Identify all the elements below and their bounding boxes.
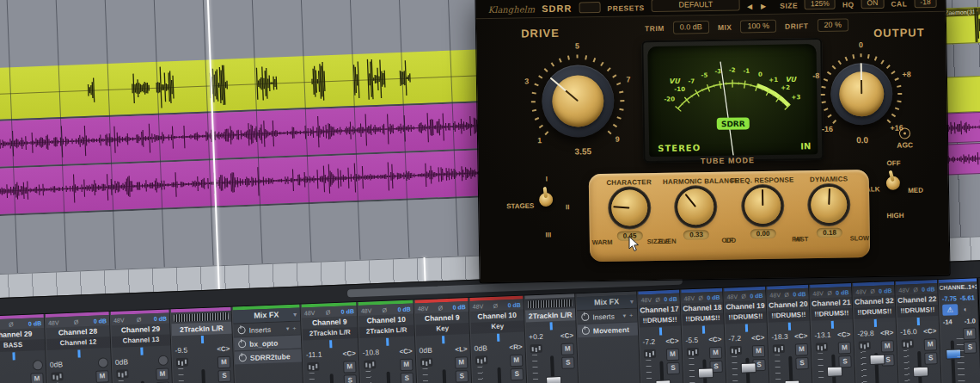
xtalk-option-high[interactable]: HIGH bbox=[886, 212, 903, 219]
phantom-label[interactable]: 48V bbox=[48, 319, 59, 325]
phase-icon[interactable]: Ø bbox=[827, 289, 832, 295]
solo-button[interactable]: S bbox=[217, 370, 231, 383]
pan-value[interactable]: <C> bbox=[794, 331, 807, 340]
mute-button[interactable]: M bbox=[881, 340, 895, 353]
phantom-label[interactable]: 48V bbox=[726, 293, 738, 300]
phantom-label[interactable]: 48V bbox=[855, 288, 867, 294]
size-value[interactable]: 125% bbox=[805, 0, 836, 9]
fader-handle[interactable] bbox=[741, 362, 756, 374]
mixer-strip-2trackin-l-r[interactable]: 2TrackIn L/R-9.5<C>MS bbox=[170, 307, 237, 383]
input-gain-label[interactable]: 0 dB bbox=[707, 293, 720, 300]
gain-value[interactable]: -7.2 bbox=[728, 334, 741, 343]
mute-button[interactable]: M bbox=[963, 327, 977, 340]
pan-value[interactable]: <C> bbox=[665, 337, 678, 345]
xtalk-toggle[interactable] bbox=[886, 176, 900, 190]
cal-value[interactable]: -18 bbox=[914, 0, 937, 8]
phase-icon[interactable]: Ø bbox=[655, 296, 660, 302]
pan-value[interactable]: <L> bbox=[455, 345, 468, 354]
mixfx-header[interactable]: Mix FX▾ bbox=[576, 295, 637, 311]
chevron-down-icon[interactable]: ▾ bbox=[630, 295, 634, 308]
phase-icon[interactable]: Ø bbox=[741, 293, 746, 299]
mute-button[interactable]: M bbox=[666, 349, 680, 361]
mute-button[interactable]: M bbox=[400, 359, 413, 372]
small-knob[interactable] bbox=[677, 188, 714, 225]
mute-button[interactable]: M bbox=[838, 342, 852, 355]
gain-value[interactable]: -7.2 bbox=[642, 337, 655, 347]
phase-icon[interactable]: Ø bbox=[493, 302, 499, 308]
phase-icon[interactable]: Ø bbox=[913, 286, 918, 292]
small-knob[interactable] bbox=[611, 189, 648, 226]
phase-icon[interactable]: Ø bbox=[438, 305, 444, 311]
input-gain-label[interactable]: 0 dB bbox=[397, 306, 410, 312]
phantom-label[interactable]: 48V bbox=[418, 305, 429, 311]
mixer-strip-channel-20[interactable]: 48VØ0 dBChannel 20!!DRUMS!!-18.3<C>MS bbox=[766, 285, 814, 383]
phase-icon[interactable]: Ø bbox=[9, 321, 14, 327]
gain-value[interactable]: -16.0 bbox=[900, 327, 917, 337]
knob-value[interactable]: 0.00 bbox=[750, 229, 776, 238]
hq-on-button[interactable]: ON bbox=[861, 0, 884, 9]
phase-icon[interactable]: Ø bbox=[698, 294, 703, 300]
phantom-label[interactable]: 48V bbox=[683, 294, 695, 300]
mode-icon[interactable]: ◐ bbox=[960, 304, 971, 314]
power-icon[interactable] bbox=[582, 327, 590, 335]
gain-value[interactable]: 0dB bbox=[50, 360, 63, 369]
mixer-strip-channel-19[interactable]: 48VØ0 dBChannel 19!!DRUMS!!-7.2<C>MS bbox=[723, 287, 771, 383]
solo-button[interactable]: S bbox=[666, 362, 680, 375]
phantom-label[interactable]: 48V bbox=[812, 290, 824, 296]
stages-option-3[interactable]: III bbox=[545, 231, 551, 238]
fader-handle[interactable] bbox=[655, 380, 671, 383]
phantom-label[interactable]: 48V bbox=[769, 292, 781, 298]
phantom-label[interactable]: 48V bbox=[304, 309, 315, 315]
input-gain-label[interactable]: 0 dB bbox=[94, 318, 107, 324]
input-gain-label[interactable]: 0 dB bbox=[879, 287, 891, 294]
mute-button[interactable]: M bbox=[560, 343, 574, 355]
warning-icon[interactable]: ⚠ bbox=[942, 304, 958, 316]
mute-button[interactable]: M bbox=[709, 347, 723, 360]
gain-value[interactable]: 0dB bbox=[474, 343, 487, 353]
knob-value[interactable]: 0.18 bbox=[817, 228, 842, 238]
preset-dropdown[interactable]: DEFAULT bbox=[652, 0, 740, 12]
phantom-label[interactable]: 48V bbox=[361, 307, 372, 313]
phase-icon[interactable]: Ø bbox=[383, 306, 388, 312]
stages-option-2[interactable]: II bbox=[566, 203, 570, 211]
phantom-label[interactable]: 48V bbox=[113, 317, 125, 323]
trim-value[interactable]: 0.0 dB bbox=[673, 21, 709, 34]
pan-knob-icon[interactable] bbox=[33, 360, 43, 370]
input-gain-label[interactable]: 0 dB bbox=[922, 286, 934, 293]
phantom-label[interactable]: 48V bbox=[898, 287, 910, 293]
mixer-strip-channel-22[interactable]: 48VØ0 dBChannel 22!!DRUMS!!-16.0<C>MS bbox=[895, 280, 943, 383]
gain-value[interactable]: -18.3 bbox=[771, 332, 788, 342]
pan-value[interactable]: <R> bbox=[880, 329, 893, 337]
mixer-strip-channel-17[interactable]: 48VØ0 dBChannel 17!!DRUMS!!-7.2<C>MS bbox=[637, 290, 685, 383]
gain-value[interactable]: -5.5 bbox=[685, 336, 698, 345]
mute-button[interactable]: M bbox=[752, 345, 766, 358]
mute-button[interactable]: M bbox=[156, 368, 169, 380]
pan-value[interactable]: <C> bbox=[342, 349, 355, 358]
pan-value[interactable]: <C> bbox=[560, 331, 573, 340]
solo-button[interactable]: S bbox=[344, 374, 358, 383]
pan-value[interactable]: <C> bbox=[217, 344, 230, 353]
mute-button[interactable]: M bbox=[343, 361, 357, 374]
input-gain-label[interactable]: 0 dB bbox=[793, 290, 805, 297]
mixfx-header[interactable]: Mix FX▾ bbox=[233, 308, 301, 324]
chevron-down-icon[interactable]: ▾ bbox=[286, 325, 290, 332]
fader-handle[interactable] bbox=[546, 376, 561, 383]
input-gain-label[interactable]: 0 dB bbox=[154, 315, 167, 322]
mixer-strip-channel-9[interactable]: 48VØ0 dBChannel 9Key0dB<L>MS bbox=[413, 298, 474, 383]
power-icon[interactable] bbox=[239, 354, 247, 361]
mixer-strip-mix-fx[interactable]: Mix FX▾Inserts▾+bx_optoSDRR2tube bbox=[232, 305, 306, 383]
mute-button[interactable]: M bbox=[217, 356, 231, 369]
mute-button[interactable]: M bbox=[455, 356, 469, 369]
pan-value[interactable]: <C> bbox=[923, 327, 936, 336]
pan-knob-icon[interactable] bbox=[158, 355, 168, 366]
input-gain-label[interactable]: 0 dB bbox=[28, 320, 41, 327]
input-gain-label[interactable]: 0 dB bbox=[664, 295, 677, 302]
mute-button[interactable]: M bbox=[510, 355, 524, 368]
mix-value[interactable]: 100 % bbox=[740, 20, 776, 34]
knob-value[interactable]: 0.33 bbox=[683, 230, 709, 239]
xtalk-option-off[interactable]: OFF bbox=[886, 159, 900, 167]
phase-icon[interactable]: Ø bbox=[870, 287, 875, 293]
gain-value[interactable]: -13.1 bbox=[814, 330, 831, 340]
small-knob[interactable] bbox=[811, 187, 848, 224]
solo-button[interactable]: S bbox=[511, 368, 524, 381]
